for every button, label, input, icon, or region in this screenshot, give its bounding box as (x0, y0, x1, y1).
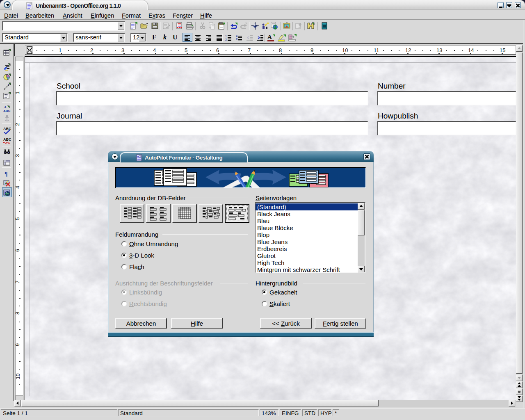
svg-text:A: A (267, 34, 272, 40)
svg-text:1: 1 (225, 35, 227, 38)
svg-text:¶: ¶ (5, 171, 8, 177)
svg-text:2: 2 (225, 38, 227, 41)
svg-text:ABC: ABC (3, 109, 11, 113)
svg-text:ABC: ABC (3, 137, 11, 142)
svg-text:A: A (4, 105, 7, 109)
